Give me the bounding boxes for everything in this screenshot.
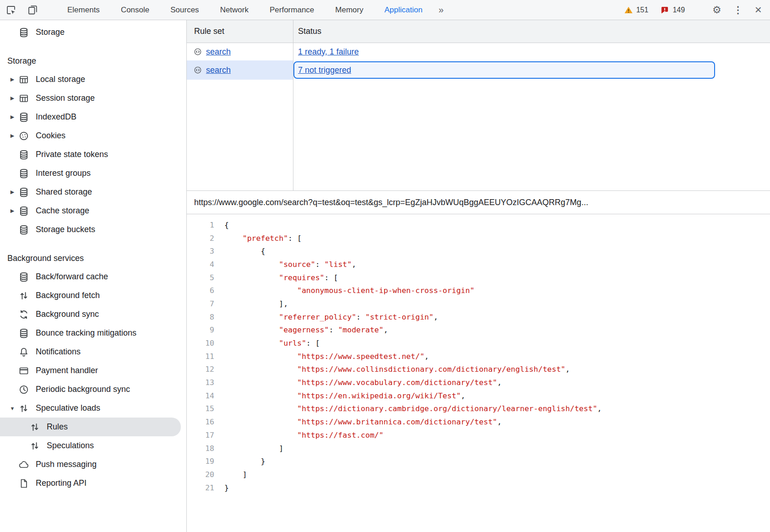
column-divider[interactable] [293,20,293,190]
expand-arrow-icon[interactable]: ▶ [6,189,18,195]
code-text: } [218,457,265,466]
rule-set-link[interactable]: search [206,65,231,75]
error-bubble-icon [660,5,669,15]
code-text: "anonymous-client-ip-when-cross-origin" [218,286,474,295]
sidebar-item-shared-storage[interactable]: ▶ Shared storage [0,183,186,201]
rule-set-link[interactable]: search [206,47,231,57]
line-number: 21 [187,483,218,492]
errors-counter[interactable]: 149 [660,5,685,15]
database-icon [18,271,29,282]
close-devtools-button[interactable]: × [755,3,762,17]
sidebar-item-label: Bounce tracking mitigations [36,328,136,338]
inspect-element-button[interactable] [0,0,22,20]
database-icon [18,187,29,198]
sidebar-item-label: Background sync [36,309,99,319]
application-sidebar[interactable]: ▶ Storage Storage ▶ Local storage ▶ Sess… [0,20,187,532]
warnings-counter[interactable]: 151 [624,5,649,15]
sidebar-item-background-sync[interactable]: ▶ Background sync [0,305,186,324]
tab-console[interactable]: Console [110,0,160,20]
source-code-lines: 1{2 "prefetch": [3 {4 "source": "list",5… [187,218,770,494]
tab-elements[interactable]: Elements [57,0,110,20]
line-number: 18 [187,444,218,453]
line-number: 13 [187,378,218,387]
sidebar-item-interest-groups[interactable]: ▶ Interest groups [0,164,186,183]
table-icon [18,74,29,85]
device-toolbar-button[interactable] [22,0,44,20]
expand-arrow-icon[interactable]: ▶ [6,208,18,214]
up-down-arrows-icon [18,403,29,414]
rule-set-source-viewer[interactable]: 1{2 "prefetch": [3 {4 "source": "list",5… [187,214,770,532]
line-number: 10 [187,339,218,347]
sidebar-item-speculative-loads[interactable]: ▼ Speculative loads [0,399,186,418]
status-link[interactable]: 1 ready, 1 failure [298,47,359,57]
sidebar-item-background-fetch[interactable]: ▶ Background fetch [0,286,186,305]
column-header-rule-set[interactable]: Rule set [187,20,293,43]
sidebar-item-back-forward-cache[interactable]: ▶ Back/forward cache [0,267,186,286]
sidebar-item-session-storage[interactable]: ▶ Session storage [0,89,186,108]
column-header-status[interactable]: Status [293,20,770,43]
section-heading-background-services: Background services [0,249,186,267]
sidebar-item-rules[interactable]: ▶ Rules [0,418,181,436]
more-tabs-button[interactable]: » [433,0,449,20]
sidebar-item-label: Shared storage [36,187,92,197]
sidebar-item-notifications[interactable]: ▶ Notifications [0,342,186,361]
error-count-label: 149 [672,6,685,14]
sidebar-item-bounce-tracking-mitigations[interactable]: ▶ Bounce tracking mitigations [0,324,186,342]
tab-network[interactable]: Network [210,0,259,20]
sidebar-item-storage-buckets[interactable]: ▶ Storage buckets [0,220,186,239]
database-icon [18,112,29,123]
sidebar-item-indexeddb[interactable]: ▶ IndexedDB [0,108,186,126]
tab-sources[interactable]: Sources [160,0,209,20]
sidebar-item-cache-storage[interactable]: ▶ Cache storage [0,201,186,220]
speculative-loads-panel: Rule set Status search 1 ready, 1 failur… [187,20,770,532]
close-icon: × [755,3,762,17]
bell-icon [18,347,29,358]
status-cell-focus-ring[interactable]: 7 not triggered [293,61,715,79]
status-link[interactable]: 7 not triggered [298,65,351,75]
inspect-cursor-icon [5,5,16,16]
sidebar-item-label: Notifications [36,347,81,357]
table-row-selected[interactable]: search 7 not triggered [187,60,770,80]
expand-arrow-icon[interactable]: ▶ [6,95,18,101]
table-row[interactable]: search 1 ready, 1 failure [187,43,770,60]
code-line: 9 "eagerness": "moderate", [187,324,770,337]
sidebar-item-private-state-tokens[interactable]: ▶ Private state tokens [0,145,186,164]
expand-arrow-icon[interactable]: ▶ [6,114,18,120]
tab-memory[interactable]: Memory [325,0,374,20]
expand-arrow-icon[interactable]: ▶ [6,76,18,82]
expand-arrow-icon[interactable]: ▶ [6,133,18,139]
collapse-arrow-icon[interactable]: ▼ [6,406,18,411]
payment-card-icon [18,365,29,376]
sidebar-item-push-messaging[interactable]: ▶ Push messaging [0,455,186,474]
warning-count-label: 151 [636,6,649,14]
line-number: 2 [187,234,218,243]
code-text: "referrer_policy": "strict-origin", [218,313,438,321]
code-line: 12 "https://www.collinsdictionary.com/di… [187,363,770,376]
sidebar-item-speculations[interactable]: ▶ Speculations [0,436,186,455]
source-url-text: https://www.google.com/search?q=test&oq=… [194,198,588,207]
database-icon [18,168,29,179]
code-line: 18 ] [187,442,770,455]
overflow-menu-button[interactable]: ⋮ [733,5,743,16]
sidebar-item-reporting-api[interactable]: ▶ Reporting API [0,474,186,493]
sidebar-item-local-storage[interactable]: ▶ Local storage [0,70,186,89]
tab-application[interactable]: Application [374,0,433,20]
code-text: ], [218,299,288,308]
up-down-arrows-icon [29,440,40,451]
sidebar-item-label: Local storage [36,75,85,84]
sidebar-item-label: Payment handler [36,366,98,375]
rule-set-source-url: https://www.google.com/search?q=test&oq=… [187,191,770,214]
tab-performance[interactable]: Performance [259,0,325,20]
sidebar-item-periodic-background-sync[interactable]: ▶ Periodic background sync [0,380,186,399]
code-text: { [218,221,229,229]
sidebar-item-payment-handler[interactable]: ▶ Payment handler [0,361,186,380]
settings-button[interactable]: ⚙ [712,4,721,16]
up-down-arrows-icon [18,290,29,301]
code-line: 1{ [187,218,770,232]
database-icon [18,27,29,38]
sidebar-item-label: Rules [47,422,68,432]
sidebar-item-cookies[interactable]: ▶ Cookies [0,126,186,145]
sidebar-item-storage-overview[interactable]: ▶ Storage [0,23,186,42]
rule-set-icon [193,65,202,75]
gear-icon: ⚙ [712,4,721,16]
